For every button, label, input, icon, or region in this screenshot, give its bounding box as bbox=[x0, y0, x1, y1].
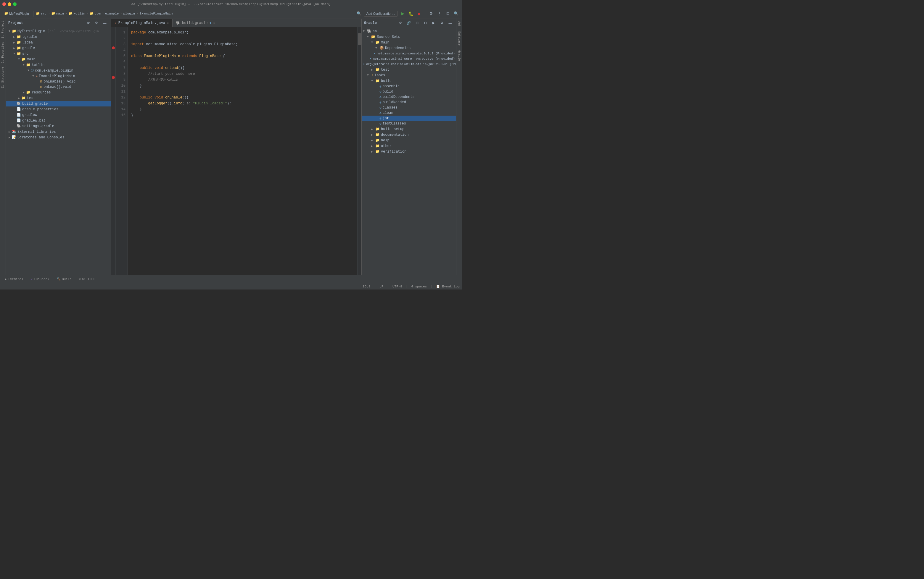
tab-build-gradle[interactable]: 🐘 build.gradle ● ✕ bbox=[172, 19, 219, 27]
tree-item-gradlew-bat[interactable]: 📄 gradlew.bat bbox=[6, 118, 111, 123]
breadcrumb-file[interactable]: ExamplePluginMain bbox=[140, 12, 172, 15]
tree-item-gradle-props[interactable]: 📄 gradle.properties bbox=[6, 106, 111, 112]
tree-item-dotgradle[interactable]: ▶ 📁 .gradle bbox=[6, 34, 111, 39]
tree-item-example-main[interactable]: ▼ ☕ ExamplePluginMain bbox=[6, 74, 111, 79]
tab-example-plugin-main[interactable]: ☕ ExamplePluginMain.java ✕ bbox=[111, 19, 172, 27]
terminal-icon-button[interactable]: ⊡ bbox=[444, 10, 451, 17]
gradle-test[interactable]: ▶ 📁 test bbox=[362, 67, 456, 72]
tree-item-build-gradle[interactable]: 🐘 build.gradle bbox=[6, 101, 111, 106]
tree-item-gradle[interactable]: ▶ 📁 gradle bbox=[6, 45, 111, 51]
close-button[interactable] bbox=[2, 2, 6, 6]
gradle-vtab[interactable]: Gradle bbox=[457, 48, 462, 63]
project-tree: ▼ 📁 MyFirstPlugin [aa] ~/Desktop/MyFirst… bbox=[6, 27, 111, 283]
gradle-source-sets[interactable]: ▼ 📂 Source Sets bbox=[362, 34, 456, 39]
tree-item-gradlew[interactable]: 📄 gradlew bbox=[6, 112, 111, 118]
gradle-task-assemble[interactable]: ⚙ assemble bbox=[362, 84, 456, 89]
debug-button[interactable]: 🐛 bbox=[407, 10, 414, 17]
breadcrumb-plugin[interactable]: plugin bbox=[123, 12, 135, 15]
build-tab[interactable]: 🔨 Build bbox=[54, 276, 74, 282]
scrollbar-thumb[interactable] bbox=[358, 33, 361, 45]
gradle-expand-button[interactable]: ⊞ bbox=[414, 20, 420, 26]
favorites-vtab[interactable]: 2: Favorites bbox=[1, 40, 5, 65]
tree-item-test[interactable]: ▶ 📁 test bbox=[6, 95, 111, 101]
tab-close-button[interactable]: ✕ bbox=[167, 21, 169, 25]
gradle-documentation-group[interactable]: ▶ 📁 documentation bbox=[362, 132, 456, 137]
code-editor[interactable]: 1 2 3 4 5 6 7 8 9 10 11 12 13 14 15 pack… bbox=[111, 27, 361, 277]
minimize-button[interactable] bbox=[8, 2, 11, 6]
tree-item-resources[interactable]: ▶ 📁 resources bbox=[6, 90, 111, 95]
breadcrumb-src[interactable]: 📁 src bbox=[36, 11, 47, 15]
gradle-task-clean[interactable]: ⚙ clean bbox=[362, 110, 456, 116]
ant-vtab[interactable]: Ant bbox=[457, 19, 462, 29]
file-encoding[interactable]: UTF-8 bbox=[392, 285, 402, 288]
tree-item-package[interactable]: ▼ ⬡ com.example.plugin bbox=[6, 68, 111, 74]
event-log[interactable]: 📋 Event Log bbox=[436, 285, 460, 288]
structure-vtab[interactable]: Z: Structure bbox=[1, 65, 5, 90]
gradle-root-aa[interactable]: ▼ 🐘 aa bbox=[362, 28, 456, 34]
gradle-collapse-button[interactable]: ⊟ bbox=[422, 20, 429, 26]
breadcrumb-example[interactable]: example bbox=[105, 12, 119, 15]
search-button[interactable]: 🔍 bbox=[453, 10, 460, 17]
cursor-position[interactable]: 15:8 bbox=[363, 285, 370, 288]
tree-item-onload[interactable]: m onLoad():void bbox=[6, 84, 111, 90]
traffic-lights[interactable] bbox=[2, 2, 16, 6]
gradle-tasks[interactable]: ▼ ⚡ Tasks bbox=[362, 72, 456, 78]
gradle-build-setup-group[interactable]: ▶ 📁 build setup bbox=[362, 126, 456, 132]
settings-button[interactable]: ⚙ bbox=[428, 10, 435, 17]
line-ending[interactable]: LF bbox=[379, 285, 383, 288]
tree-item-settings-gradle[interactable]: 🐘 settings.gradle bbox=[6, 123, 111, 129]
tree-item-main[interactable]: ▼ 📁 main bbox=[6, 56, 111, 62]
tab-close-button[interactable]: ✕ bbox=[213, 21, 215, 25]
project-gear-button[interactable]: ⚙ bbox=[93, 20, 100, 26]
stop-button[interactable]: ■ bbox=[415, 10, 423, 17]
breadcrumb-com[interactable]: 📁 com bbox=[90, 11, 101, 15]
gradle-main[interactable]: ▼ 📁 main bbox=[362, 39, 456, 45]
gradle-settings-button[interactable]: ⚙ bbox=[438, 20, 445, 26]
todo-tab[interactable]: ☑ 6: TODO bbox=[76, 276, 98, 282]
gradle-task-classes[interactable]: ⚙ classes bbox=[362, 105, 456, 110]
gradle-task-testclasses[interactable]: ⚙ testClasses bbox=[362, 121, 456, 126]
gradle-dep-mirai-console[interactable]: ▪ net.mamoe.mirai-console:0.3.3 (Provide… bbox=[362, 51, 456, 56]
tree-root[interactable]: ▼ 📁 MyFirstPlugin [aa] ~/Desktop/MyFirst… bbox=[6, 28, 111, 34]
gradle-build-group[interactable]: ▼ 📁 build bbox=[362, 78, 456, 84]
breadcrumb-kotlin[interactable]: 📁 kotlin bbox=[68, 11, 85, 15]
search-everywhere-button[interactable]: 🔍 bbox=[355, 10, 363, 17]
breadcrumb-main[interactable]: 📁 main bbox=[51, 11, 64, 15]
gradle-verification-group[interactable]: ▶ 📁 verification bbox=[362, 149, 456, 154]
gradle-minimize-button[interactable]: — bbox=[446, 20, 454, 26]
project-vtab[interactable]: 1: Project bbox=[1, 19, 5, 40]
tree-item-dotidea[interactable]: ▶ 📁 .idea bbox=[6, 39, 111, 45]
indent-info[interactable]: 4 spaces bbox=[411, 285, 427, 288]
tree-item-kotlin[interactable]: ▼ 📁 kotlin bbox=[6, 62, 111, 68]
run-button[interactable]: ▶ bbox=[399, 10, 406, 17]
gradle-task-jar[interactable]: ⚙ jar bbox=[362, 116, 456, 121]
tree-item-scratches[interactable]: ▶ 📝 Scratches and Consoles bbox=[6, 134, 111, 140]
project-sync-button[interactable]: ⟳ bbox=[85, 20, 92, 26]
gradle-dependencies[interactable]: ▼ 📦 Dependencies bbox=[362, 45, 456, 51]
more-button[interactable]: ⋮ bbox=[436, 10, 443, 17]
terminal-tab[interactable]: ▶ Terminal bbox=[2, 276, 26, 282]
code-content[interactable]: package com.example.plugin; import net.m… bbox=[128, 27, 357, 277]
add-configuration-button[interactable]: Add Configuration... bbox=[364, 11, 398, 16]
gradle-task-buildneeded[interactable]: ⚙ buildNeeded bbox=[362, 100, 456, 105]
gradle-link-button[interactable]: 🔗 bbox=[405, 20, 412, 26]
luacheck-tab[interactable]: ✓ LuaCheck bbox=[28, 276, 51, 282]
tree-item-external-libs[interactable]: ▶ 📚 External Libraries bbox=[6, 129, 111, 134]
gradle-run-button[interactable]: ▶ bbox=[430, 20, 437, 26]
gradle-other-group[interactable]: ▶ 📁 other bbox=[362, 143, 456, 149]
gradle-help-label: help bbox=[381, 138, 389, 142]
gradle-dep-mirai-core[interactable]: ▪ net.mamoe.mirai-core-jvm:0.27.0 (Provi… bbox=[362, 56, 456, 62]
tree-item-src[interactable]: ▼ 📁 src bbox=[6, 51, 111, 56]
tree-item-onenable[interactable]: m onEnable():void bbox=[6, 79, 111, 84]
project-nav-button[interactable]: 📁 MyFirstPlugin bbox=[2, 10, 31, 17]
database-vtab[interactable]: Database bbox=[457, 29, 462, 48]
project-minimize-button[interactable]: — bbox=[101, 20, 108, 26]
maximize-button[interactable] bbox=[13, 2, 16, 6]
gradle-task-build[interactable]: ⚙ build bbox=[362, 89, 456, 94]
gradle-dep-kotlin-stdlib[interactable]: ▪ org.jetbrains.kotlin:kotlin-stdlib-jdk… bbox=[362, 62, 456, 67]
gradle-help-group[interactable]: ▶ 📁 help bbox=[362, 137, 456, 143]
gradle-refresh-button[interactable]: ⟳ bbox=[397, 20, 404, 26]
arrow: ▶ bbox=[16, 96, 21, 100]
gradle-task-builddependents[interactable]: ⚙ buildDependents bbox=[362, 94, 456, 100]
scrollbar-track[interactable] bbox=[357, 27, 361, 277]
